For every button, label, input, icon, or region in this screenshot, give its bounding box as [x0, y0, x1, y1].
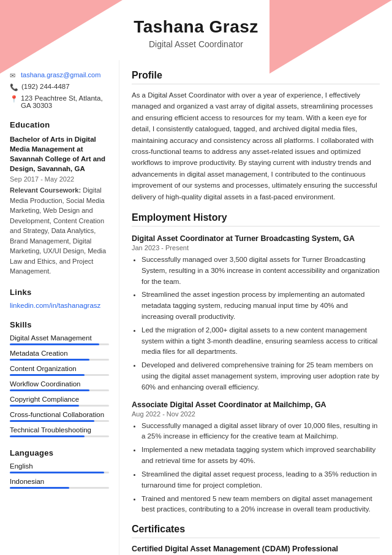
skill-label: Content Organization	[10, 365, 109, 372]
main-content: Profile As a Digital Asset Coordinator w…	[119, 60, 392, 555]
links-title: Links	[10, 288, 109, 297]
sidebar: ✉ tashana.grasz@gmail.com 📞 (192) 244-44…	[0, 60, 119, 555]
skills-section: Skills Digital Asset Management Metadata…	[10, 320, 109, 437]
certificates-section-title: Certificates	[132, 524, 380, 538]
edu-coursework: Relevant Coursework: Digital Media Produ…	[10, 185, 109, 277]
skill-bar-fill	[10, 435, 85, 437]
skill-item: Workflow Coordination	[10, 380, 109, 391]
contact-phone: 📞 (192) 244-4487	[10, 83, 109, 91]
job-bullets: Successfully managed over 3,500 digital …	[132, 255, 380, 393]
skill-label: Cross-functional Collaboration	[10, 411, 109, 418]
languages-section: Languages English Indonesian	[10, 448, 109, 489]
skill-bar-bg	[10, 405, 109, 407]
skill-bar-fill	[10, 389, 89, 391]
skill-item: Cross-functional Collaboration	[10, 411, 109, 422]
job-entry: Digital Asset Coordinator at Turner Broa…	[132, 234, 380, 393]
candidate-name: Tashana Grasz	[12, 17, 380, 37]
certificates-section: Certificates Certified Digital Asset Man…	[132, 524, 380, 555]
resume-container: Tashana Grasz Digital Asset Coordinator …	[0, 0, 392, 555]
skill-item: Content Organization	[10, 365, 109, 376]
job-title: Digital Asset Coordinator at Turner Broa…	[132, 234, 380, 243]
skill-item: Metadata Creation	[10, 350, 109, 361]
cert-name: Certified Digital Asset Management (CDAM…	[132, 545, 380, 553]
contact-section: ✉ tashana.grasz@gmail.com 📞 (192) 244-44…	[10, 71, 109, 109]
job-bullet: Streamlined the digital asset request pr…	[141, 469, 380, 491]
languages-list: English Indonesian	[10, 462, 109, 489]
education-title: Education	[10, 120, 109, 129]
language-item: Indonesian	[10, 478, 109, 489]
job-entry: Associate Digital Asset Coordinator at M…	[132, 400, 380, 516]
profile-section: Profile As a Digital Asset Coordinator w…	[132, 70, 380, 202]
skill-bar-bg	[10, 420, 109, 422]
coursework-label: Relevant Coursework:	[10, 186, 81, 194]
skills-title: Skills	[10, 320, 109, 329]
job-date: Aug 2022 - Nov 2022	[132, 410, 380, 418]
skill-bar-bg	[10, 359, 109, 361]
skill-label: Metadata Creation	[10, 350, 109, 357]
skill-bar-bg	[10, 374, 109, 376]
job-title: Associate Digital Asset Coordinator at M…	[132, 400, 380, 409]
phone-value: (192) 244-4487	[21, 83, 70, 90]
coursework-text: Digital Media Production, Social Media M…	[10, 186, 106, 275]
skill-bar-bg	[10, 435, 109, 437]
certificate-entry: Certified Digital Asset Management (CDAM…	[132, 545, 380, 555]
certificates-list: Certified Digital Asset Management (CDAM…	[132, 545, 380, 555]
skill-label: Technical Troubleshooting	[10, 426, 109, 434]
phone-icon: 📞	[10, 83, 18, 91]
skill-bar-bg	[10, 343, 109, 345]
location-icon: 📍	[10, 95, 18, 103]
job-bullets: Successfully managed a digital asset lib…	[132, 421, 380, 516]
skill-bar-fill	[10, 374, 85, 376]
skill-bar-fill	[10, 359, 89, 361]
job-bullet: Led the migration of 2,000+ digital asse…	[141, 325, 380, 358]
employment-list: Digital Asset Coordinator at Turner Broa…	[132, 234, 380, 515]
links-section: Links linkedin.com/in/tashanagrasz	[10, 288, 109, 309]
skill-item: Technical Troubleshooting	[10, 426, 109, 437]
education-section: Education Bachelor of Arts in Digital Me…	[10, 120, 109, 277]
profile-text: As a Digital Asset Coordinator with over…	[132, 90, 380, 202]
address-value: 123 Peachtree St, Atlanta, GA 30303	[21, 94, 109, 109]
language-bar-bg	[10, 487, 109, 489]
job-bullet: Successfully managed over 3,500 digital …	[141, 255, 380, 287]
skill-bar-fill	[10, 420, 94, 422]
skill-item: Copyright Compliance	[10, 396, 109, 407]
skill-label: Digital Asset Management	[10, 334, 109, 342]
job-bullet: Successfully managed a digital asset lib…	[141, 421, 380, 443]
skills-list: Digital Asset Management Metadata Creati…	[10, 334, 109, 437]
linkedin-link[interactable]: linkedin.com/in/tashanagrasz	[10, 302, 109, 309]
language-bar-fill	[10, 472, 104, 473]
job-date: Jan 2023 - Present	[132, 244, 380, 251]
candidate-title: Digital Asset Coordinator	[12, 39, 380, 49]
employment-section: Employment History Digital Asset Coordin…	[132, 212, 380, 515]
job-bullet: Implemented a new metadata tagging syste…	[141, 445, 380, 467]
header: Tashana Grasz Digital Asset Coordinator	[0, 0, 392, 60]
job-bullet: Developed and delivered comprehensive tr…	[141, 360, 380, 392]
language-label: English	[10, 462, 109, 470]
language-bar-fill	[10, 487, 69, 489]
language-bar-bg	[10, 472, 109, 473]
skill-item: Digital Asset Management	[10, 334, 109, 345]
languages-title: Languages	[10, 448, 109, 457]
skill-bar-fill	[10, 343, 99, 345]
skill-bar-bg	[10, 389, 109, 391]
job-bullet: Streamlined the asset ingestion process …	[141, 289, 380, 322]
employment-section-title: Employment History	[132, 212, 380, 227]
body-layout: ✉ tashana.grasz@gmail.com 📞 (192) 244-44…	[0, 60, 392, 555]
job-bullet: Trained and mentored 5 new team members …	[141, 494, 380, 516]
skill-bar-fill	[10, 405, 79, 407]
skill-label: Copyright Compliance	[10, 396, 109, 403]
language-item: English	[10, 462, 109, 473]
edu-degree: Bachelor of Arts in Digital Media Manage…	[10, 134, 109, 174]
skill-label: Workflow Coordination	[10, 380, 109, 388]
contact-address: 📍 123 Peachtree St, Atlanta, GA 30303	[10, 94, 109, 109]
edu-date: Sep 2017 - May 2022	[10, 175, 109, 183]
language-label: Indonesian	[10, 478, 109, 485]
